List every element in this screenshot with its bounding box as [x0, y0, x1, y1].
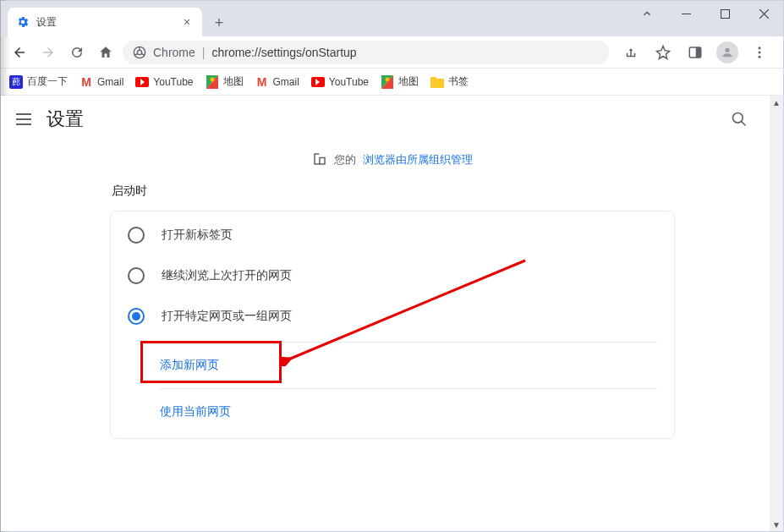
- managed-by-org: 您的浏览器由所属组织管理: [1, 143, 783, 177]
- bookmark-label: YouTube: [329, 76, 369, 88]
- option-continue[interactable]: 继续浏览上次打开的网页: [111, 255, 674, 296]
- kebab-menu-icon[interactable]: [748, 41, 771, 64]
- gmail-icon: M: [79, 75, 93, 89]
- settings-title: 设置: [47, 107, 84, 132]
- address-bar: Chrome | chrome://settings/onStartup: [1, 36, 783, 69]
- radio-icon-selected: [128, 308, 145, 325]
- hamburger-menu-icon[interactable]: [16, 113, 31, 125]
- domain-icon: [312, 151, 327, 169]
- tab-title: 设置: [36, 15, 173, 30]
- browser-tab[interactable]: 设置 ×: [8, 8, 202, 36]
- bookmark-item[interactable]: YouTube: [135, 75, 193, 89]
- section-title: 启动时: [110, 177, 675, 211]
- bookmark-label: Gmail: [97, 76, 123, 88]
- back-button[interactable]: [8, 41, 31, 64]
- svg-rect-1: [721, 9, 729, 18]
- site-label: Chrome: [153, 46, 195, 59]
- tab-close-icon[interactable]: ×: [180, 15, 194, 29]
- side-panel-icon[interactable]: [683, 41, 707, 64]
- browser-window: 设置 × + Chrome | chrome://settings/onStar…: [0, 0, 784, 532]
- bookmark-item[interactable]: 地图: [206, 74, 244, 89]
- bookmark-star-icon[interactable]: [651, 41, 675, 64]
- baidu-icon: 蓢: [9, 75, 23, 89]
- bookmark-label: YouTube: [153, 76, 193, 88]
- scroll-down-icon[interactable]: ▼: [770, 518, 783, 531]
- search-icon[interactable]: [727, 107, 751, 131]
- reload-button[interactable]: [65, 41, 89, 64]
- site-info[interactable]: Chrome: [133, 46, 195, 59]
- url-text: chrome://settings/onStartup: [211, 46, 356, 59]
- option-label: 继续浏览上次打开的网页: [162, 268, 292, 283]
- svg-point-8: [759, 51, 761, 53]
- add-new-page-link[interactable]: 添加新网页: [160, 343, 657, 388]
- svg-point-6: [725, 47, 729, 52]
- managed-prefix: 您的: [334, 152, 356, 167]
- option-new-tab[interactable]: 打开新标签页: [111, 215, 674, 255]
- bookmark-label: Gmail: [273, 76, 299, 88]
- svg-point-9: [759, 55, 761, 58]
- managed-link[interactable]: 浏览器由所属组织管理: [363, 152, 473, 167]
- maps-icon: [206, 75, 219, 89]
- bookmarks-bar: 蓢百度一下MGmailYouTube地图MGmailYouTube地图书签: [1, 69, 783, 96]
- specific-pages-actions: 添加新网页 使用当前网页: [160, 342, 657, 435]
- bookmark-item[interactable]: MGmail: [79, 75, 123, 89]
- svg-point-3: [137, 50, 141, 54]
- chrome-icon: [133, 46, 146, 59]
- bookmark-item[interactable]: YouTube: [311, 75, 369, 89]
- bookmark-item[interactable]: 书签: [430, 74, 469, 89]
- scrollbar[interactable]: ▲ ▼: [770, 96, 783, 531]
- radio-icon: [128, 227, 145, 244]
- settings-header: 设置: [1, 96, 783, 143]
- option-label: 打开新标签页: [162, 228, 233, 243]
- maps-icon: [381, 75, 394, 89]
- window-controls: [628, 1, 783, 26]
- settings-body: 启动时 打开新标签页 继续浏览上次打开的网页 打开特定网页或一组网页 添加新网页…: [1, 177, 783, 456]
- share-icon[interactable]: [619, 41, 643, 64]
- gmail-icon: M: [255, 75, 269, 89]
- scroll-up-icon[interactable]: ▲: [770, 96, 783, 109]
- new-tab-button[interactable]: +: [207, 11, 231, 35]
- youtube-icon: [311, 75, 325, 89]
- svg-point-7: [759, 47, 761, 49]
- svg-point-11: [386, 77, 390, 81]
- forward-button[interactable]: [36, 41, 60, 64]
- use-current-pages-link[interactable]: 使用当前网页: [160, 388, 657, 435]
- profile-avatar[interactable]: [715, 41, 739, 64]
- window-maximize-button[interactable]: [705, 1, 744, 26]
- youtube-icon: [135, 75, 149, 89]
- svg-point-12: [733, 113, 743, 123]
- toolbar-right: [614, 41, 776, 64]
- page-content: ▲ ▼ 设置 您的浏览器由所属组织管理 启动时 打开新标签页 继续浏览上次打开的…: [1, 96, 783, 531]
- bookmark-label: 书签: [448, 74, 469, 89]
- svg-rect-0: [682, 14, 691, 14]
- home-button[interactable]: [94, 41, 118, 64]
- bookmark-item[interactable]: 蓢百度一下: [9, 74, 68, 89]
- bookmark-label: 地图: [223, 74, 244, 89]
- bookmark-item[interactable]: MGmail: [255, 75, 299, 89]
- svg-point-10: [210, 77, 214, 81]
- bookmark-label: 百度一下: [27, 74, 68, 89]
- radio-icon: [128, 267, 145, 284]
- window-close-button[interactable]: [744, 1, 783, 26]
- folder-icon: [430, 75, 444, 89]
- option-specific-pages[interactable]: 打开特定网页或一组网页: [111, 296, 674, 337]
- bookmark-item[interactable]: 地图: [381, 74, 419, 89]
- window-minimize-button[interactable]: [666, 1, 705, 26]
- omnibox[interactable]: Chrome | chrome://settings/onStartup: [123, 41, 609, 64]
- gear-icon: [16, 15, 30, 29]
- titlebar: 设置 × +: [1, 1, 783, 36]
- option-label: 打开特定网页或一组网页: [162, 309, 292, 324]
- startup-card: 打开新标签页 继续浏览上次打开的网页 打开特定网页或一组网页 添加新网页 使用当…: [110, 211, 675, 439]
- omnibox-divider: |: [202, 46, 206, 59]
- bookmark-label: 地图: [398, 74, 419, 89]
- svg-rect-5: [696, 47, 701, 58]
- tab-search-icon[interactable]: [628, 1, 666, 26]
